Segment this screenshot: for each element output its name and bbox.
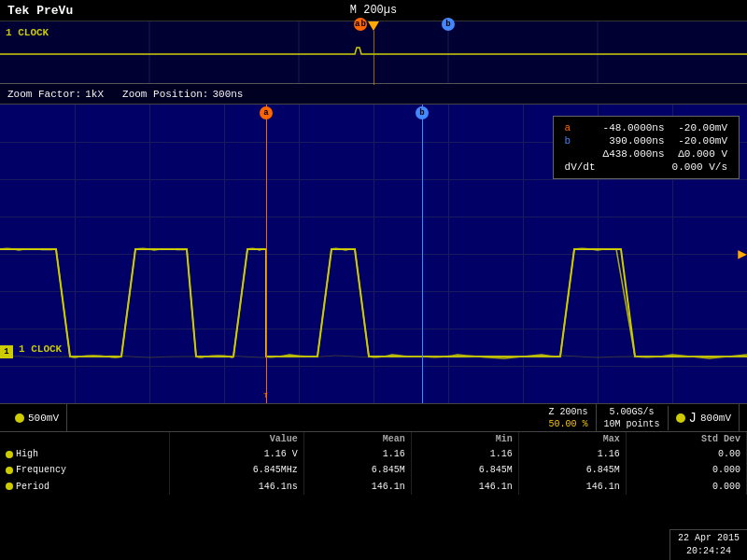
overview-waveform-svg bbox=[0, 21, 747, 83]
ch1-volts-div: 500mV bbox=[7, 404, 67, 431]
zoom-factor-label: Zoom Factor: bbox=[7, 89, 81, 100]
cursor-delta-label bbox=[561, 147, 599, 161]
cursor-a-badge: ab bbox=[354, 18, 367, 31]
measurements-table-bar: Value Mean Min Max Std Dev High 1.16 V 1… bbox=[0, 431, 747, 495]
measurement-row-frequency: Frequency 6.845MHz 6.845M 6.845M 6.845M … bbox=[0, 462, 747, 478]
meas-freq-mean: 6.845M bbox=[303, 462, 411, 478]
zoom-position-value: 300ns bbox=[212, 89, 243, 100]
col-header-label bbox=[0, 432, 170, 446]
cursor-b-tag: b bbox=[416, 106, 429, 119]
meas-high-min: 1.16 bbox=[411, 446, 518, 462]
cursor-a-tag: a bbox=[260, 106, 273, 119]
status-bar: 500mV Z 200ns 50.00 % 5.00GS/s 10M point… bbox=[0, 403, 747, 431]
cursor-a-line: a T bbox=[266, 105, 267, 403]
title-bar: Tek PreVu M 200µs bbox=[0, 0, 747, 21]
sample-rate: 5.00GS/s bbox=[610, 406, 655, 418]
ch1-dot bbox=[15, 413, 24, 423]
cursor-a-label: a bbox=[561, 121, 599, 134]
meas-freq-max: 6.845M bbox=[518, 462, 626, 478]
meas-high-label: High bbox=[0, 446, 170, 462]
col-header-min: Min bbox=[411, 432, 518, 446]
measurement-row-period: Period 146.1ns 146.1n 146.1n 146.1n 0.00… bbox=[0, 479, 747, 495]
datetime-display: 22 Apr 2015 20:24:24 bbox=[669, 529, 747, 560]
cursor-delta-time-val: Δ438.000ns bbox=[599, 147, 669, 161]
meas-freq-stddev: 0.000 bbox=[626, 462, 746, 478]
zoom-percent: 50.00 % bbox=[549, 418, 588, 430]
meas-period-stddev: 0.000 bbox=[626, 479, 746, 495]
dvdt-label: dV/dt bbox=[561, 161, 599, 174]
overview-area: 1 CLOCK b ab bbox=[0, 21, 747, 84]
meas-freq-value: 6.845MHz bbox=[170, 462, 303, 478]
zoom-position-label: Zoom Position: bbox=[122, 89, 208, 100]
main-waveform-area: a T b a -48.0000ns -20.00mV b 390.000ns bbox=[0, 105, 747, 403]
meas-freq-min: 6.845M bbox=[411, 462, 518, 478]
trigger-level-arrow: ▶ bbox=[738, 245, 747, 263]
trigger-value: 800mV bbox=[700, 413, 731, 424]
zoom-info-bar: Zoom Factor: 1kX Zoom Position: 300ns bbox=[0, 84, 747, 105]
cursor-b-voltage-val: -20.00mV bbox=[669, 134, 731, 147]
dvdt-value: 0.000 V/s bbox=[669, 161, 731, 174]
col-header-stddev: Std Dev bbox=[626, 432, 746, 446]
cursor-a-time-val: -48.0000ns bbox=[599, 121, 669, 134]
cursor-delta-voltage-val: Δ0.000 V bbox=[669, 147, 731, 161]
volts-div-value: 500mV bbox=[28, 413, 59, 424]
ch1-left-marker: 1 bbox=[0, 345, 13, 358]
meas-period-min: 146.1n bbox=[411, 479, 518, 495]
zoom-time-label: Z 200ns bbox=[549, 406, 588, 418]
app-brand: Tek PreVu bbox=[7, 4, 73, 18]
zoom-factor-value: 1kX bbox=[85, 89, 104, 100]
meas-period-value: 146.1ns bbox=[170, 479, 303, 495]
cursor-b-line: b bbox=[422, 105, 423, 403]
zoom-status: Z 200ns 50.00 % bbox=[542, 404, 597, 432]
ch1-main-label: 1 CLOCK bbox=[19, 343, 62, 355]
meas-high-stddev: 0.00 bbox=[626, 446, 746, 462]
measurement-box: a -48.0000ns -20.00mV b 390.000ns -20.00… bbox=[553, 116, 740, 179]
meas-period-mean: 146.1n bbox=[303, 479, 411, 495]
col-header-max: Max bbox=[518, 432, 626, 446]
cursor-b-label: b bbox=[561, 134, 599, 147]
time-value: 20:24:24 bbox=[678, 545, 740, 558]
trigger-status: J 800mV bbox=[669, 404, 740, 431]
meas-high-value: 1.16 V bbox=[170, 446, 303, 462]
measurements-header-row: Value Mean Min Max Std Dev bbox=[0, 432, 747, 446]
measurements-table: Value Mean Min Max Std Dev High 1.16 V 1… bbox=[0, 432, 747, 495]
measurement-row-high: High 1.16 V 1.16 1.16 1.16 0.00 bbox=[0, 446, 747, 462]
meas-freq-label: Frequency bbox=[0, 462, 170, 478]
trigger-dot bbox=[676, 413, 685, 423]
acq-status: 5.00GS/s 10M points bbox=[597, 406, 669, 430]
meas-high-mean: 1.16 bbox=[303, 446, 411, 462]
points-count: 10M points bbox=[604, 418, 660, 430]
trigger-type: J bbox=[689, 411, 697, 426]
col-header-mean: Mean bbox=[303, 432, 411, 446]
cursor-b-time-val: 390.000ns bbox=[599, 134, 669, 147]
meas-period-max: 146.1n bbox=[518, 479, 626, 495]
cursor-a-voltage-val: -20.00mV bbox=[669, 121, 731, 134]
meas-high-max: 1.16 bbox=[518, 446, 626, 462]
meas-period-label: Period bbox=[0, 479, 170, 495]
cursor-b-badge: b bbox=[442, 18, 455, 31]
col-header-value: Value bbox=[170, 432, 303, 446]
date-value: 22 Apr 2015 bbox=[678, 532, 740, 545]
timebase-display: M 200µs bbox=[350, 4, 397, 17]
